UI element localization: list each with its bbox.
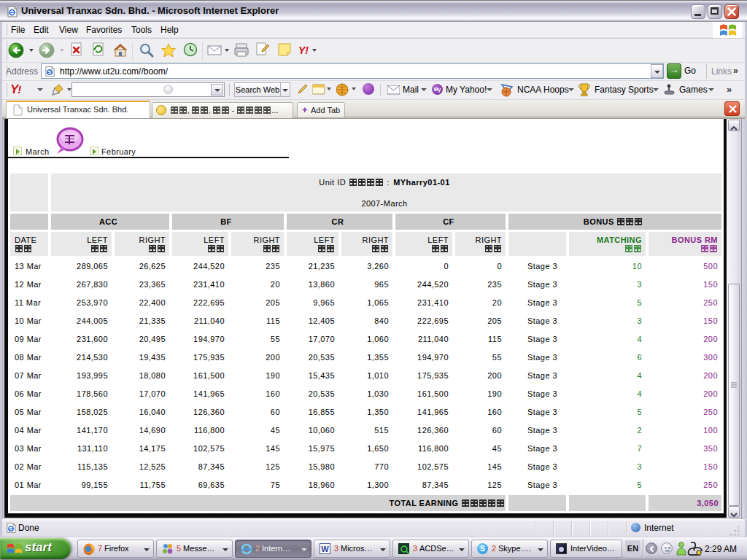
svg-text:Y!: Y!: [298, 44, 309, 56]
